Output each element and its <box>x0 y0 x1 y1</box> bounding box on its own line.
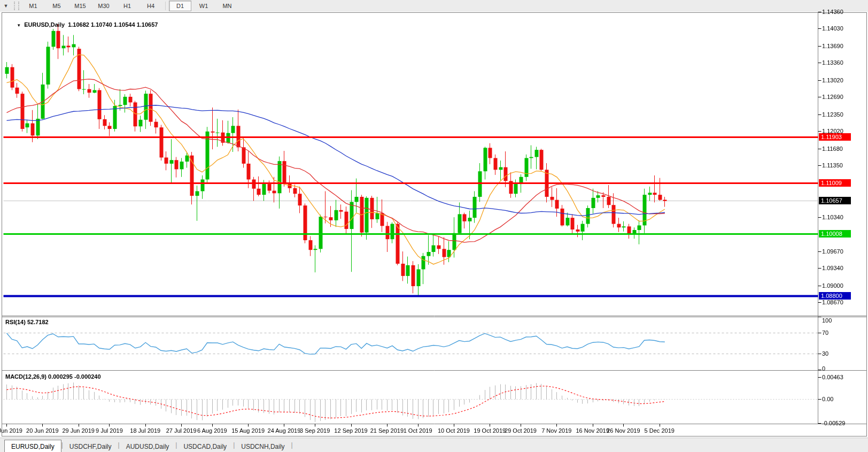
date-axis-label: 18 Jul 2019 <box>130 427 160 434</box>
chart-tab-eurusd[interactable]: EURUSD,Daily <box>4 440 61 452</box>
chart-title: ▼EURUSD,Daily 1.10682 1.10740 1.10544 1.… <box>7 15 158 34</box>
rsi-axis-tick: 100 <box>822 317 832 324</box>
price-axis-tick: 1.13020 <box>822 77 843 83</box>
timeframe-button-m1[interactable]: M1 <box>22 1 44 11</box>
macd-indicator-title: MACD(12,26,9) 0.000295 -0.000240 <box>5 373 101 380</box>
price-level-tag: 1.10008 <box>819 230 851 238</box>
timeframe-button-mn[interactable]: MN <box>216 1 238 11</box>
price-chart-canvas[interactable] <box>0 12 868 438</box>
date-axis-label: 19 Oct 2019 <box>474 427 506 434</box>
timeframe-toolbar: ▼ M1M5M15M30H1H4D1W1MN <box>0 0 868 12</box>
chart-title-collapse-icon[interactable]: ▼ <box>17 23 21 28</box>
date-axis-label: 27 Jul 2019 <box>166 427 197 434</box>
date-axis-label: 3 Sep 2019 <box>300 427 330 434</box>
price-axis-tick: 1.10340 <box>822 214 843 220</box>
timeframe-button-h4[interactable]: H4 <box>140 1 162 11</box>
date-axis-label: 16 Nov 2019 <box>576 427 609 434</box>
macd-axis-tick: -0.00529 <box>822 420 845 426</box>
timeframe-button-w1[interactable]: W1 <box>192 1 215 11</box>
date-axis-label: 10 Oct 2019 <box>438 427 470 434</box>
date-axis-label: 20 Jun 2019 <box>26 427 59 434</box>
mt4-terminal: ▼ M1M5M15M30H1H4D1W1MN ▼EURUSD,Daily 1.1… <box>0 0 868 452</box>
price-level-tag: 1.11009 <box>819 179 851 187</box>
macd-axis-tick: 0.00 <box>822 396 833 402</box>
chart-tab-audusd[interactable]: AUDUSD,Daily <box>120 441 176 452</box>
chart-tab-usdcnh[interactable]: USDCNH,Daily <box>235 441 291 452</box>
price-axis-tick: 1.09340 <box>822 265 843 271</box>
timeframe-button-m30[interactable]: M30 <box>92 1 115 11</box>
rsi-axis-tick: 30 <box>822 350 828 357</box>
price-axis-tick: 1.13360 <box>822 59 843 66</box>
price-axis-tick: 1.11350 <box>822 162 843 168</box>
price-axis-tick: 1.12690 <box>822 94 843 100</box>
chart-symbol-label: EURUSD,Daily <box>24 21 65 28</box>
price-axis-tick: 1.11680 <box>822 145 843 152</box>
date-axis-label: 24 Aug 2019 <box>268 427 301 434</box>
timeframe-button-d1[interactable]: D1 <box>169 1 191 11</box>
price-axis-tick: 1.12350 <box>822 111 843 118</box>
chart-tab-usdcad[interactable]: USDCAD,Daily <box>177 441 233 452</box>
price-level-tag: 1.11903 <box>819 133 851 141</box>
date-axis-label: 21 Sep 2019 <box>370 427 404 434</box>
chart-ohlc-values: 1.10682 1.10740 1.10544 1.10657 <box>68 21 158 28</box>
date-axis-label: 7 Nov 2019 <box>541 427 571 434</box>
timeframe-button-h1[interactable]: H1 <box>116 1 138 11</box>
price-level-tag: 1.10657 <box>819 197 851 204</box>
price-axis-tick: 1.09670 <box>822 248 843 255</box>
rsi-indicator-title: RSI(14) 52.7182 <box>5 319 49 325</box>
chart-tab-bar: EURUSD,Daily|USDCHF,Daily|AUDUSD,Daily|U… <box>0 438 868 452</box>
date-axis-label: 29 Jun 2019 <box>62 427 95 434</box>
timeframe-button-m5[interactable]: M5 <box>45 1 68 11</box>
date-axis-label: 1 Oct 2019 <box>404 427 432 434</box>
date-axis-label: 9 Jul 2019 <box>96 427 123 434</box>
price-axis-tick: 1.08670 <box>822 299 843 305</box>
date-axis-label: 15 Aug 2019 <box>231 427 265 434</box>
price-axis-tick: 1.14360 <box>822 9 843 15</box>
toolbar-drag-handle[interactable] <box>14 2 19 10</box>
macd-axis-tick: 0.00463 <box>822 374 843 380</box>
date-axis-label: 6 Aug 2019 <box>197 427 227 434</box>
date-axis-label: 12 Sep 2019 <box>334 427 367 434</box>
date-axis-label: 26 Nov 2019 <box>607 427 640 434</box>
price-level-tag: 1.08800 <box>819 292 851 300</box>
date-axis-label: 29 Oct 2019 <box>505 427 537 434</box>
tab-separator: | <box>291 441 293 450</box>
price-axis-tick: 1.13690 <box>822 43 843 49</box>
date-axis-label: 11 Jun 2019 <box>0 427 22 434</box>
price-axis-tick: 1.14030 <box>822 25 843 32</box>
price-axis-tick: 1.09000 <box>822 282 843 289</box>
rsi-axis-tick: 70 <box>822 330 828 336</box>
timeframe-button-m15[interactable]: M15 <box>69 1 91 11</box>
toolbar-separator <box>165 2 166 10</box>
rsi-axis-tick: 0 <box>822 365 825 372</box>
chart-tab-usdchf[interactable]: USDCHF,Daily <box>63 441 118 452</box>
chart-area: ▼EURUSD,Daily 1.10682 1.10740 1.10544 1.… <box>0 12 868 438</box>
chart-type-dropdown-icon[interactable]: ▼ <box>0 1 12 11</box>
date-axis-label: 5 Dec 2019 <box>645 427 675 434</box>
